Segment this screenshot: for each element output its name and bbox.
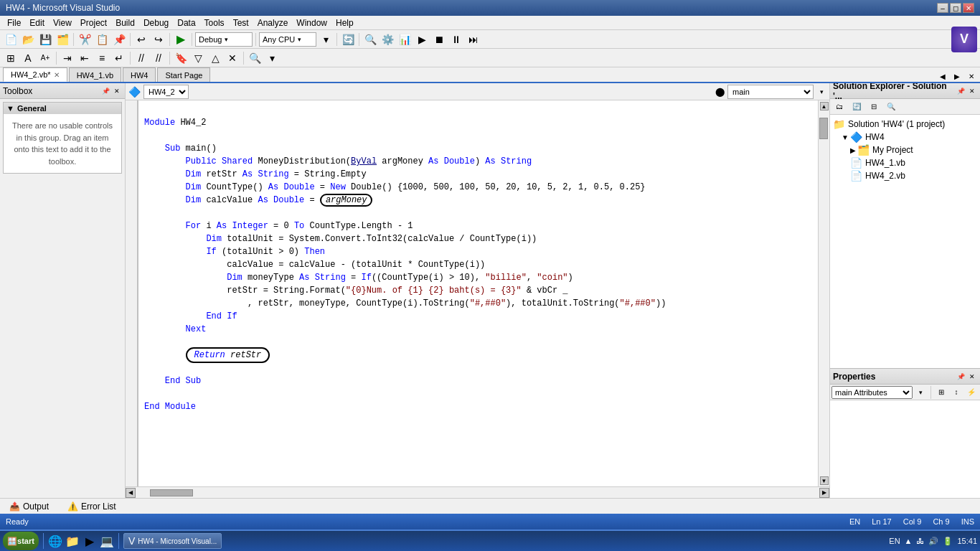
tab-hw4-2[interactable]: HW4_2.vb*✕ xyxy=(3,67,67,82)
sol-item-project[interactable]: ▼ 🔷 HW4 xyxy=(833,131,977,143)
expand-btn[interactable]: A xyxy=(20,50,36,66)
sol-props-btn[interactable]: 🔍 xyxy=(883,99,899,115)
vertical-scrollbar[interactable]: ▲ ▼ xyxy=(818,100,829,486)
toolbox-group-header[interactable]: ▼ General xyxy=(4,103,121,114)
tab-close-all[interactable]: ✕ xyxy=(966,70,977,82)
toolbar-btn-5[interactable]: ⏹ xyxy=(431,32,447,47)
sol-refresh-btn[interactable]: 🔄 xyxy=(849,99,864,115)
sol-close-button[interactable]: ✕ xyxy=(967,86,977,96)
menu-view[interactable]: View xyxy=(49,17,76,29)
indent-btn[interactable]: ⇥ xyxy=(60,50,75,66)
more-btn[interactable]: ▾ xyxy=(264,50,280,66)
sol-item-hw42[interactable]: 📄 HW4_2.vb xyxy=(833,169,977,182)
scroll-down-button[interactable]: ▼ xyxy=(820,476,829,485)
word-wrap-btn[interactable]: ↵ xyxy=(111,50,127,66)
horizontal-scrollbar[interactable]: ◀ ▶ xyxy=(126,486,829,498)
toggle-indent-btn[interactable]: ≡ xyxy=(94,50,110,66)
scroll-right-button[interactable]: ▶ xyxy=(819,488,829,498)
toolbar-btn-1[interactable]: 🔍 xyxy=(362,32,378,47)
save-all-button[interactable]: 🗂️ xyxy=(55,32,70,47)
horizontal-scroll-thumb[interactable] xyxy=(150,489,193,496)
uncomment-btn[interactable]: // xyxy=(151,50,166,66)
menu-debug[interactable]: Debug xyxy=(139,17,173,29)
taskbar-ie-icon[interactable]: 🌐 xyxy=(48,534,62,548)
sol-collapse-btn[interactable]: ⊟ xyxy=(866,99,882,115)
menu-edit[interactable]: Edit xyxy=(25,17,49,29)
toolbar-btn-2[interactable]: ⚙️ xyxy=(380,32,395,47)
bookmark-btn[interactable]: 🔖 xyxy=(173,50,189,66)
tab-hw4-1[interactable]: HW4_1.vb xyxy=(69,67,121,82)
menu-file[interactable]: File xyxy=(3,17,25,29)
clear-bookmarks-btn[interactable]: ✕ xyxy=(225,50,240,66)
tab-start-page[interactable]: Start Page xyxy=(157,67,210,82)
menu-window[interactable]: Window xyxy=(292,17,331,29)
tab-hw4[interactable]: HW4 xyxy=(123,67,156,82)
props-close-button[interactable]: ✕ xyxy=(967,372,977,382)
toolbox-close[interactable]: ✕ xyxy=(112,86,122,96)
output-tab[interactable]: 📤 Output xyxy=(3,499,55,514)
taskbar-vs-item[interactable]: V HW4 - Microsoft Visual... xyxy=(123,533,222,549)
save-button[interactable]: 💾 xyxy=(37,32,53,47)
menu-test[interactable]: Test xyxy=(229,17,253,29)
prev-bookmark-btn[interactable]: △ xyxy=(207,50,223,66)
toolbox-pin[interactable]: 📌 xyxy=(100,86,110,96)
menu-data[interactable]: Data xyxy=(173,17,199,29)
member-nav-dropdown[interactable]: main xyxy=(727,85,814,99)
start-debug-button[interactable]: ▶ xyxy=(173,32,189,47)
platform-dropdown[interactable]: Any CPU ▾ xyxy=(259,32,316,47)
menu-help[interactable]: Help xyxy=(331,17,358,29)
nav-dropdown-arrow[interactable]: ▾ xyxy=(816,85,826,99)
toolbar-btn-3[interactable]: 📊 xyxy=(397,32,413,47)
taskbar-media-icon[interactable]: ▶ xyxy=(83,534,97,548)
tab-nav-right[interactable]: ▶ xyxy=(951,70,963,82)
menu-tools[interactable]: Tools xyxy=(200,17,229,29)
cut-button[interactable]: ✂️ xyxy=(77,32,93,47)
taskbar-folder-icon[interactable]: 📁 xyxy=(65,534,80,548)
sol-item-solution[interactable]: 📁 Solution 'HW4' (1 project) xyxy=(833,118,977,131)
start-button[interactable]: 🪟 start xyxy=(3,532,39,550)
props-alpha-btn[interactable]: ↕ xyxy=(949,385,963,400)
menu-project[interactable]: Project xyxy=(76,17,111,29)
props-pin-button[interactable]: 📌 xyxy=(956,372,966,382)
taskbar-app-icon[interactable]: 💻 xyxy=(100,534,114,548)
sol-item-myproject[interactable]: ▶ 🗂️ My Project xyxy=(833,143,977,156)
error-list-tab[interactable]: ⚠️ Error List xyxy=(61,499,123,514)
props-events-btn[interactable]: ⚡ xyxy=(965,385,979,400)
sol-show-all-btn[interactable]: 🗂 xyxy=(831,99,847,115)
toolbar-btn-7[interactable]: ⏭ xyxy=(466,32,481,47)
props-subject-dropdown[interactable]: main Attributes xyxy=(831,386,913,399)
restore-button[interactable]: ◻ xyxy=(950,3,961,13)
font-size-btn[interactable]: A+ xyxy=(37,50,53,66)
search-btn[interactable]: 🔍 xyxy=(247,50,263,66)
file-nav-dropdown[interactable]: HW4_2 xyxy=(143,85,189,99)
props-dropdown-btn[interactable]: ▾ xyxy=(914,385,928,400)
tab-close-hw4-2[interactable]: ✕ xyxy=(54,71,60,79)
refresh-button[interactable]: 🔄 xyxy=(340,32,356,47)
toolbox-btn[interactable]: ⊞ xyxy=(3,50,19,66)
minimize-button[interactable]: – xyxy=(937,3,948,13)
copy-button[interactable]: 📋 xyxy=(94,32,110,47)
taskbar-arrow-up[interactable]: ▲ xyxy=(905,537,913,545)
debug-mode-dropdown[interactable]: Debug ▾ xyxy=(195,32,253,47)
code-area[interactable]: Module HW4_2 Sub main() Public Shared Mo… xyxy=(138,100,818,486)
menu-analyze[interactable]: Analyze xyxy=(253,17,293,29)
platform-arrow-button[interactable]: ▾ xyxy=(318,32,334,47)
scroll-up-button[interactable]: ▲ xyxy=(820,102,829,110)
tab-nav-left[interactable]: ◀ xyxy=(937,70,948,82)
next-bookmark-btn[interactable]: ▽ xyxy=(190,50,206,66)
close-button[interactable]: ✕ xyxy=(963,3,974,13)
new-file-button[interactable]: 📄 xyxy=(3,32,19,47)
menu-build[interactable]: Build xyxy=(111,17,139,29)
open-file-button[interactable]: 📂 xyxy=(20,32,36,47)
outdent-btn[interactable]: ⇤ xyxy=(77,50,93,66)
undo-button[interactable]: ↩ xyxy=(133,32,149,47)
toolbar-btn-6[interactable]: ⏸ xyxy=(448,32,464,47)
props-categorized-btn[interactable]: ⊞ xyxy=(934,385,948,400)
paste-button[interactable]: 📌 xyxy=(111,32,127,47)
scroll-left-button[interactable]: ◀ xyxy=(126,488,136,498)
vertical-scroll-thumb[interactable] xyxy=(819,118,828,139)
toolbar-btn-4[interactable]: ▶ xyxy=(414,32,430,47)
comment-btn[interactable]: // xyxy=(133,50,149,66)
sol-pin-button[interactable]: 📌 xyxy=(956,86,966,96)
sol-item-hw41[interactable]: 📄 HW4_1.vb xyxy=(833,156,977,169)
